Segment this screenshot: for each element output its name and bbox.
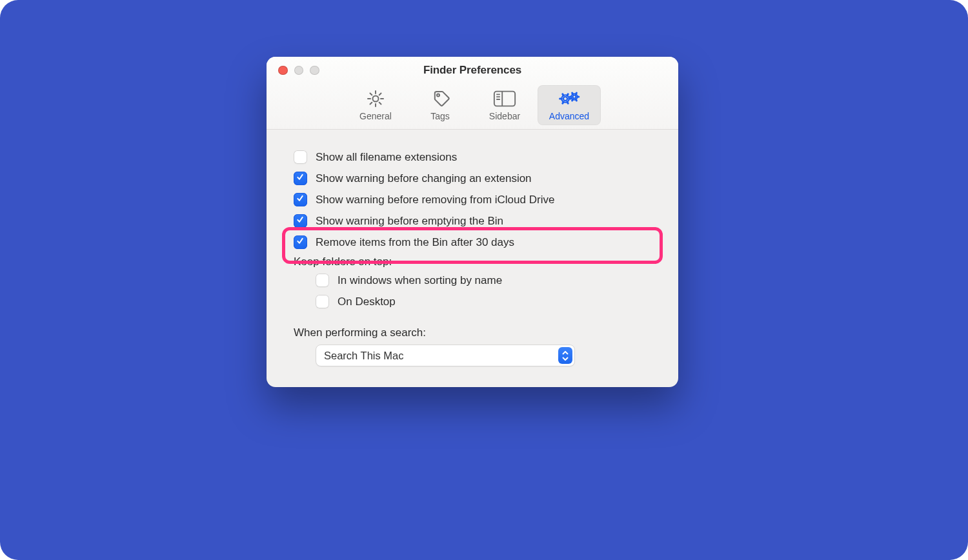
svg-line-18 bbox=[576, 99, 576, 101]
keep-folders-option-row: On Desktop bbox=[267, 291, 678, 312]
svg-line-21 bbox=[572, 93, 573, 94]
option-label: Show warning before emptying the Bin bbox=[316, 215, 503, 228]
svg-line-22 bbox=[576, 93, 576, 94]
tab-sidebar[interactable]: Sidebar bbox=[473, 85, 536, 125]
gears-icon bbox=[540, 88, 598, 110]
svg-point-2 bbox=[437, 94, 439, 97]
svg-line-13 bbox=[563, 94, 563, 95]
keep-folders-option-row: In windows when sorting by name bbox=[267, 270, 678, 291]
preferences-body: Show all filename extensions Show warnin… bbox=[267, 130, 678, 387]
tab-general[interactable]: General bbox=[344, 85, 407, 125]
search-label: When performing a search: bbox=[294, 326, 426, 339]
window-title: Finder Preferences bbox=[267, 64, 678, 77]
option-row: Show warning before removing from iCloud… bbox=[267, 189, 678, 210]
search-scope-value: Search This Mac bbox=[324, 350, 404, 362]
svg-line-19 bbox=[572, 99, 573, 101]
tab-label: Advanced bbox=[540, 111, 598, 121]
window-controls bbox=[267, 66, 319, 75]
option-label: Show all filename extensions bbox=[316, 151, 457, 164]
option-row: Remove items from the Bin after 30 days bbox=[267, 232, 678, 253]
svg-line-11 bbox=[563, 102, 563, 103]
titlebar: Finder Preferences General Tags Sidebar bbox=[267, 57, 678, 130]
tab-label: General bbox=[347, 111, 405, 121]
option-label: Show warning before changing an extensio… bbox=[316, 172, 532, 185]
checkbox[interactable] bbox=[294, 235, 307, 249]
svg-line-14 bbox=[567, 94, 568, 95]
select-caret-icon bbox=[558, 347, 572, 364]
tab-bar: General Tags Sidebar Advanced bbox=[267, 84, 678, 129]
svg-point-0 bbox=[373, 96, 379, 102]
checkbox[interactable] bbox=[294, 172, 307, 185]
tag-icon bbox=[411, 88, 469, 110]
gear-icon bbox=[347, 88, 405, 110]
checkbox[interactable] bbox=[316, 274, 329, 287]
option-label: Show warning before removing from iCloud… bbox=[316, 194, 554, 206]
keep-folders-label: Keep folders on top: bbox=[294, 255, 392, 268]
checkbox[interactable] bbox=[294, 214, 307, 228]
option-row: Show warning before changing an extensio… bbox=[267, 168, 678, 189]
option-label: On Desktop bbox=[338, 295, 396, 308]
search-section: When performing a search: bbox=[267, 324, 678, 341]
tab-tags[interactable]: Tags bbox=[408, 85, 472, 125]
svg-line-10 bbox=[567, 102, 568, 103]
checkbox[interactable] bbox=[294, 193, 307, 206]
tab-label: Sidebar bbox=[476, 111, 534, 121]
option-row: Show warning before emptying the Bin bbox=[267, 210, 678, 232]
svg-point-23 bbox=[573, 95, 576, 99]
zoom-window-button[interactable] bbox=[310, 66, 319, 75]
option-row: Show all filename extensions bbox=[267, 146, 678, 168]
svg-point-15 bbox=[563, 97, 567, 101]
keep-folders-section: Keep folders on top: bbox=[267, 253, 678, 270]
tab-label: Tags bbox=[411, 111, 469, 121]
close-window-button[interactable] bbox=[278, 66, 288, 75]
option-label: In windows when sorting by name bbox=[338, 274, 502, 287]
sidebar-icon bbox=[476, 88, 534, 110]
option-label: Remove items from the Bin after 30 days bbox=[316, 236, 514, 249]
search-scope-select[interactable]: Search This Mac bbox=[316, 345, 575, 366]
minimize-window-button[interactable] bbox=[294, 66, 304, 75]
page-background: Finder Preferences General Tags Sidebar bbox=[0, 0, 968, 560]
tab-advanced[interactable]: Advanced bbox=[538, 85, 601, 125]
checkbox[interactable] bbox=[316, 295, 329, 308]
checkbox[interactable] bbox=[294, 150, 307, 164]
finder-preferences-window: Finder Preferences General Tags Sidebar bbox=[267, 57, 678, 387]
